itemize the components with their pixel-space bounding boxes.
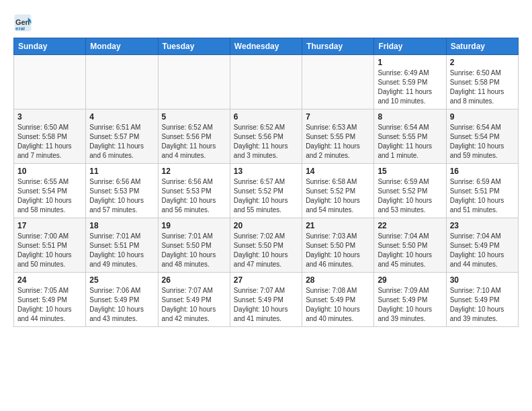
calendar: SundayMondayTuesdayWednesdayThursdayFrid… (13, 38, 519, 327)
day-number: 24 (17, 275, 82, 285)
day-number: 21 (306, 221, 370, 230)
calendar-day: 15Sunrise: 6:59 AM Sunset: 5:52 PM Dayli… (374, 164, 446, 218)
calendar-day: 21Sunrise: 7:03 AM Sunset: 5:50 PM Dayli… (302, 218, 374, 273)
weekday-header-tuesday: Tuesday (158, 38, 230, 55)
calendar-day: 4Sunrise: 6:51 AM Sunset: 5:57 PM Daylig… (86, 109, 158, 164)
calendar-week-row: 3Sunrise: 6:50 AM Sunset: 5:58 PM Daylig… (14, 109, 519, 164)
day-info: Sunrise: 6:52 AM Sunset: 5:56 PM Dayligh… (234, 123, 298, 161)
calendar-day: 18Sunrise: 7:01 AM Sunset: 5:51 PM Dayli… (86, 218, 158, 273)
calendar-day: 7Sunrise: 6:53 AM Sunset: 5:55 PM Daylig… (302, 109, 374, 164)
calendar-week-row: 10Sunrise: 6:55 AM Sunset: 5:54 PM Dayli… (14, 164, 519, 218)
day-number: 5 (162, 112, 226, 122)
day-info: Sunrise: 6:57 AM Sunset: 5:52 PM Dayligh… (234, 177, 298, 215)
day-number: 15 (378, 167, 442, 176)
day-info: Sunrise: 7:02 AM Sunset: 5:50 PM Dayligh… (234, 232, 298, 269)
day-info: Sunrise: 6:52 AM Sunset: 5:56 PM Dayligh… (162, 123, 226, 161)
day-info: Sunrise: 6:59 AM Sunset: 5:52 PM Dayligh… (378, 177, 442, 215)
day-info: Sunrise: 7:09 AM Sunset: 5:49 PM Dayligh… (378, 286, 442, 324)
day-number: 26 (162, 275, 226, 285)
calendar-day: 5Sunrise: 6:52 AM Sunset: 5:56 PM Daylig… (158, 109, 230, 164)
weekday-header-wednesday: Wednesday (230, 38, 302, 55)
header: Gen eral (13, 11, 519, 32)
day-number: 11 (89, 167, 154, 176)
day-info: Sunrise: 6:50 AM Sunset: 5:58 PM Dayligh… (17, 123, 82, 161)
day-info: Sunrise: 7:04 AM Sunset: 5:49 PM Dayligh… (450, 232, 515, 269)
weekday-header-monday: Monday (86, 38, 158, 55)
weekday-header-friday: Friday (374, 38, 446, 55)
logo-icon: Gen eral (13, 13, 32, 32)
day-number: 6 (234, 112, 298, 122)
calendar-week-row: 1Sunrise: 6:49 AM Sunset: 5:59 PM Daylig… (14, 55, 519, 109)
day-info: Sunrise: 7:01 AM Sunset: 5:51 PM Dayligh… (89, 232, 154, 269)
day-info: Sunrise: 7:03 AM Sunset: 5:50 PM Dayligh… (306, 232, 370, 269)
day-info: Sunrise: 6:51 AM Sunset: 5:57 PM Dayligh… (89, 123, 154, 161)
calendar-day: 17Sunrise: 7:00 AM Sunset: 5:51 PM Dayli… (14, 218, 86, 273)
calendar-day: 3Sunrise: 6:50 AM Sunset: 5:58 PM Daylig… (14, 109, 86, 164)
calendar-day: 10Sunrise: 6:55 AM Sunset: 5:54 PM Dayli… (14, 164, 86, 218)
calendar-day (230, 55, 302, 109)
day-info: Sunrise: 7:04 AM Sunset: 5:50 PM Dayligh… (378, 232, 442, 269)
calendar-day: 22Sunrise: 7:04 AM Sunset: 5:50 PM Dayli… (374, 218, 446, 273)
calendar-day (14, 55, 86, 109)
calendar-day (86, 55, 158, 109)
calendar-day: 8Sunrise: 6:54 AM Sunset: 5:55 PM Daylig… (374, 109, 446, 164)
day-number: 18 (89, 221, 154, 230)
calendar-week-row: 17Sunrise: 7:00 AM Sunset: 5:51 PM Dayli… (14, 218, 519, 273)
day-number: 17 (17, 221, 82, 230)
calendar-day: 13Sunrise: 6:57 AM Sunset: 5:52 PM Dayli… (230, 164, 302, 218)
day-number: 29 (378, 275, 442, 285)
day-number: 9 (450, 112, 515, 122)
day-number: 20 (234, 221, 298, 230)
day-info: Sunrise: 7:10 AM Sunset: 5:49 PM Dayligh… (450, 286, 515, 324)
weekday-header-thursday: Thursday (302, 38, 374, 55)
calendar-day (158, 55, 230, 109)
calendar-day: 25Sunrise: 7:06 AM Sunset: 5:49 PM Dayli… (86, 273, 158, 327)
day-number: 8 (378, 112, 442, 122)
day-number: 7 (306, 112, 370, 122)
day-number: 2 (450, 58, 515, 67)
page: Gen eral SundayMondayTuesdayWednesdayThu… (0, 0, 532, 334)
day-number: 14 (306, 167, 370, 176)
day-number: 3 (17, 112, 82, 122)
calendar-week-row: 24Sunrise: 7:05 AM Sunset: 5:49 PM Dayli… (14, 273, 519, 327)
day-info: Sunrise: 6:53 AM Sunset: 5:55 PM Dayligh… (306, 123, 370, 161)
day-info: Sunrise: 6:49 AM Sunset: 5:59 PM Dayligh… (378, 68, 442, 106)
calendar-day: 16Sunrise: 6:59 AM Sunset: 5:51 PM Dayli… (446, 164, 518, 218)
calendar-day: 12Sunrise: 6:56 AM Sunset: 5:53 PM Dayli… (158, 164, 230, 218)
day-info: Sunrise: 7:07 AM Sunset: 5:49 PM Dayligh… (234, 286, 298, 324)
calendar-day: 11Sunrise: 6:56 AM Sunset: 5:53 PM Dayli… (86, 164, 158, 218)
day-info: Sunrise: 6:58 AM Sunset: 5:52 PM Dayligh… (306, 177, 370, 215)
calendar-day: 24Sunrise: 7:05 AM Sunset: 5:49 PM Dayli… (14, 273, 86, 327)
day-number: 28 (306, 275, 370, 285)
calendar-day: 20Sunrise: 7:02 AM Sunset: 5:50 PM Dayli… (230, 218, 302, 273)
day-number: 12 (162, 167, 226, 176)
day-info: Sunrise: 7:01 AM Sunset: 5:50 PM Dayligh… (162, 232, 226, 269)
day-info: Sunrise: 6:54 AM Sunset: 5:54 PM Dayligh… (450, 123, 515, 161)
day-number: 22 (378, 221, 442, 230)
day-number: 25 (89, 275, 154, 285)
day-number: 23 (450, 221, 515, 230)
day-number: 13 (234, 167, 298, 176)
day-info: Sunrise: 6:56 AM Sunset: 5:53 PM Dayligh… (162, 177, 226, 215)
calendar-day: 2Sunrise: 6:50 AM Sunset: 5:58 PM Daylig… (446, 55, 518, 109)
calendar-day: 14Sunrise: 6:58 AM Sunset: 5:52 PM Dayli… (302, 164, 374, 218)
calendar-day: 29Sunrise: 7:09 AM Sunset: 5:49 PM Dayli… (374, 273, 446, 327)
day-info: Sunrise: 6:56 AM Sunset: 5:53 PM Dayligh… (89, 177, 154, 215)
day-info: Sunrise: 6:54 AM Sunset: 5:55 PM Dayligh… (378, 123, 442, 161)
calendar-day: 19Sunrise: 7:01 AM Sunset: 5:50 PM Dayli… (158, 218, 230, 273)
day-number: 10 (17, 167, 82, 176)
day-number: 1 (378, 58, 442, 67)
day-info: Sunrise: 7:00 AM Sunset: 5:51 PM Dayligh… (17, 232, 82, 269)
day-number: 27 (234, 275, 298, 285)
day-number: 19 (162, 221, 226, 230)
day-info: Sunrise: 6:50 AM Sunset: 5:58 PM Dayligh… (450, 68, 515, 106)
day-number: 16 (450, 167, 515, 176)
calendar-day (302, 55, 374, 109)
day-info: Sunrise: 7:05 AM Sunset: 5:49 PM Dayligh… (17, 286, 82, 324)
calendar-day: 26Sunrise: 7:07 AM Sunset: 5:49 PM Dayli… (158, 273, 230, 327)
day-info: Sunrise: 6:59 AM Sunset: 5:51 PM Dayligh… (450, 177, 515, 215)
logo: Gen eral (13, 13, 35, 32)
calendar-header-row: SundayMondayTuesdayWednesdayThursdayFrid… (14, 38, 519, 55)
day-number: 4 (89, 112, 154, 122)
calendar-day: 1Sunrise: 6:49 AM Sunset: 5:59 PM Daylig… (374, 55, 446, 109)
